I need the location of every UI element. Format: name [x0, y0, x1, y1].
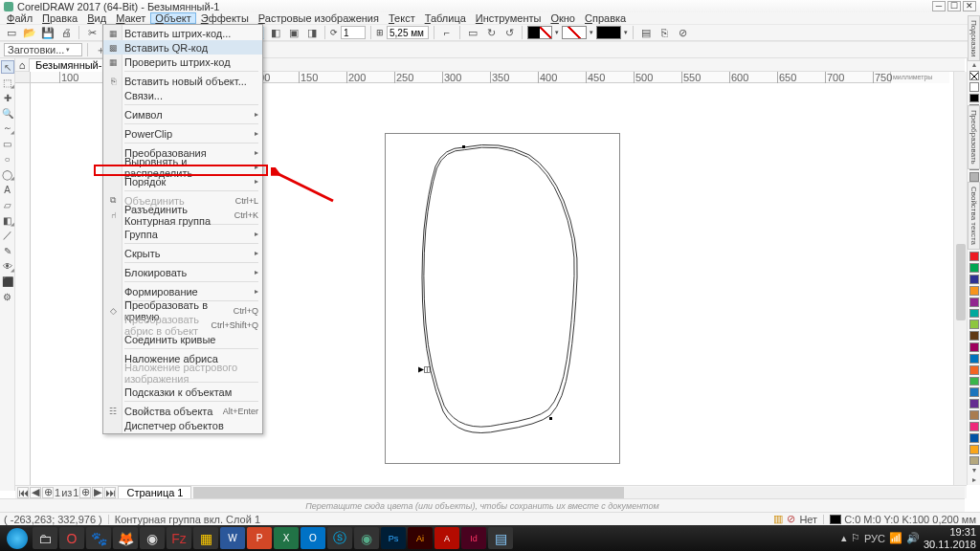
last-page-button[interactable]: ⏭ [104, 487, 116, 498]
menu-item[interactable]: Блокировать▸ [103, 265, 262, 279]
palette-more-icon[interactable]: ▸ [972, 475, 976, 485]
tool-11[interactable]: ／ [1, 229, 14, 242]
taskbar-paw[interactable]: 🐾 [86, 527, 111, 549]
tool-15[interactable]: ⚙ [1, 290, 14, 303]
taskbar-ai[interactable]: Ai [408, 527, 433, 549]
ccw-blend-button[interactable]: ↺ [501, 25, 517, 40]
tool-8[interactable]: A [1, 183, 14, 196]
side-tab-hints[interactable]: Подсказки [968, 15, 980, 61]
next-page-button[interactable]: ▶ [92, 487, 103, 498]
color-swatch[interactable] [969, 354, 979, 364]
offset-input[interactable] [387, 26, 429, 39]
ruler-corner[interactable] [15, 72, 31, 83]
taskbar-acrobat[interactable]: A [434, 527, 459, 549]
tray-up-icon[interactable]: ▴ [841, 532, 847, 544]
palette-down-icon[interactable]: ▾ [972, 466, 976, 475]
taskbar-chrome[interactable]: ◉ [140, 527, 165, 549]
menu-item[interactable]: Символ▸ [103, 107, 262, 121]
snap-off-icon[interactable]: ⊘ [787, 513, 795, 525]
color-swatch[interactable] [969, 320, 979, 329]
color-swatch[interactable] [969, 263, 979, 273]
tool-12[interactable]: ✎ [1, 244, 14, 257]
color-swatch[interactable] [969, 410, 979, 420]
taskbar-ppt[interactable]: P [247, 527, 272, 549]
taskbar-tc[interactable]: ▦ [193, 527, 218, 549]
page-tab[interactable]: Страница 1 [118, 486, 191, 499]
tool-13[interactable]: 👁◢ [1, 259, 14, 273]
menu-файл[interactable]: Файл [2, 12, 37, 24]
color-swatch[interactable] [969, 275, 979, 284]
tool-9[interactable]: ▱ [1, 198, 14, 211]
side-tab-textprops[interactable]: Свойства текста [968, 182, 980, 250]
open-button[interactable]: 📂 [22, 25, 37, 40]
menu-текст[interactable]: Текст [384, 12, 420, 24]
minimize-button[interactable]: ─ [932, 1, 946, 11]
prev-page-button[interactable]: ◀ [30, 487, 41, 498]
linear-blend-button[interactable]: ▭ [465, 25, 480, 40]
color-swatch[interactable] [969, 422, 979, 431]
menu-справка[interactable]: Справка [580, 12, 631, 24]
menu-item[interactable]: Связи... [103, 88, 262, 102]
color-swatch[interactable] [969, 456, 979, 466]
print-button[interactable]: 🖨 [58, 25, 74, 40]
tool-10[interactable]: ◧◢ [1, 213, 14, 227]
tray-sound-icon[interactable]: 🔊 [906, 532, 920, 544]
side-tab-transform[interactable]: Преобразовать [968, 105, 980, 169]
cut-button[interactable]: ✂ [84, 25, 100, 40]
menu-растровые изображения[interactable]: Растровые изображения [254, 12, 384, 24]
color-swatch[interactable] [969, 286, 979, 296]
taskbar-ps[interactable]: Ps [381, 527, 406, 549]
copy-props-button[interactable]: ⎘ [657, 25, 672, 40]
menu-item[interactable]: Порядок▸ [103, 174, 262, 188]
new-button[interactable]: ▭ [4, 25, 19, 40]
add-page-before-button[interactable]: ⊕ [42, 487, 54, 498]
color-swatch[interactable] [969, 433, 979, 443]
color-swatch[interactable] [969, 387, 979, 397]
menu-item[interactable]: ⑁Разъединить Контурная группаCtrl+K [103, 208, 262, 222]
taskbar-id[interactable]: Id [461, 527, 486, 549]
contour-center-button[interactable]: ▣ [286, 25, 301, 40]
taskbar-firefox[interactable]: 🦊 [113, 527, 138, 549]
menu-item[interactable]: ⎘Вставить новый объект... [103, 74, 262, 88]
contour-inside-button[interactable]: ◧ [268, 25, 283, 40]
color-swatch[interactable] [969, 309, 979, 319]
fill-indicator-icon[interactable] [830, 515, 841, 524]
tool-7[interactable]: ◯◢ [1, 167, 14, 181]
menu-item[interactable]: Выровнять и распределить▸ [103, 160, 262, 174]
end-color-swatch[interactable] [596, 26, 621, 39]
system-tray[interactable]: ▴ ⚐ РУС 📶 🔊 19:3130.11.2018 [841, 526, 976, 549]
menu-item[interactable]: ▦Вставить штрих-код... [103, 26, 262, 40]
taskbar-skype[interactable]: ⓢ [327, 527, 352, 549]
tool-0[interactable]: ↖ [1, 60, 14, 74]
color-swatch[interactable] [969, 377, 979, 386]
menu-правка[interactable]: Правка [37, 12, 82, 24]
tool-6[interactable]: ○ [1, 152, 14, 165]
menu-item[interactable]: Группа▸ [103, 227, 262, 241]
taskbar-opera[interactable]: O [59, 527, 84, 549]
clear-button[interactable]: ⊘ [675, 25, 690, 40]
menu-item[interactable]: ▩Вставить QR-код [103, 40, 262, 55]
taskbar-explorer[interactable]: 🗀 [33, 527, 57, 549]
tool-2[interactable]: ✚ [1, 91, 14, 104]
taskbar-filezilla[interactable]: Fz [167, 527, 191, 549]
tray-clock[interactable]: 19:3130.11.2018 [924, 526, 976, 549]
outline-color-swatch[interactable] [527, 26, 552, 39]
taskbar-notes[interactable]: ▤ [488, 527, 513, 549]
tool-4[interactable]: ～◢ [1, 121, 14, 135]
first-page-button[interactable]: ⏮ [17, 487, 29, 498]
color-swatch[interactable] [969, 445, 979, 454]
copies-input[interactable] [341, 26, 366, 39]
tool-1[interactable]: ⬚◢ [1, 76, 14, 89]
presets-combo[interactable]: Заготовки...▾ [4, 43, 82, 56]
close-button[interactable]: ✕ [963, 1, 976, 11]
color-swatch[interactable] [969, 94, 979, 103]
tray-flag-icon[interactable]: ⚐ [851, 532, 860, 544]
color-swatch[interactable] [969, 365, 979, 375]
menu-item[interactable]: Формирование▸ [103, 284, 262, 298]
color-swatch[interactable] [969, 298, 979, 307]
tool-3[interactable]: 🔍 [1, 106, 14, 120]
save-button[interactable]: 💾 [40, 25, 56, 40]
scrollbar-vertical[interactable] [953, 72, 967, 485]
taskbar-word[interactable]: W [220, 527, 245, 549]
palette-up-icon[interactable]: ▴ [972, 60, 976, 70]
